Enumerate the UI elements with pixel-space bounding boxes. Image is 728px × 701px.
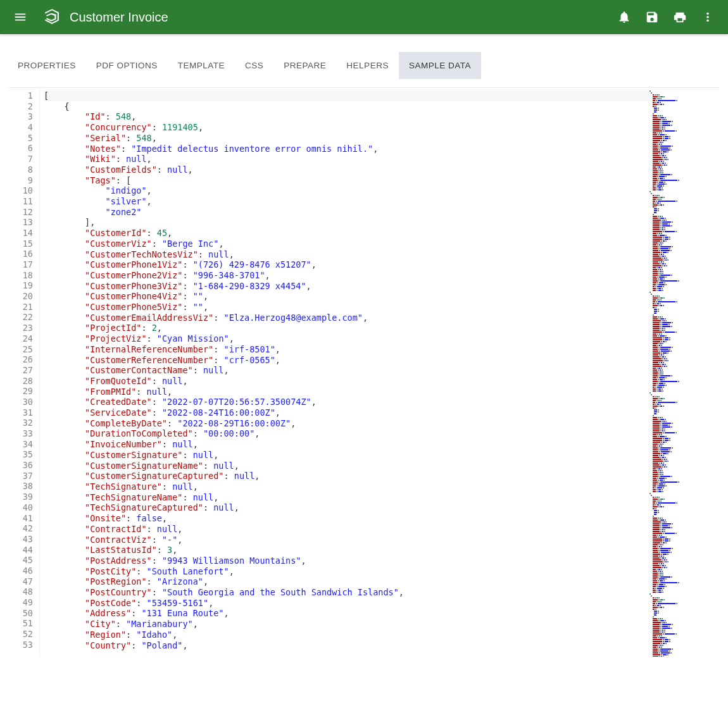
tab-helpers[interactable]: HELPERS (336, 52, 399, 79)
editor-minimap[interactable] (650, 88, 719, 657)
tab-prepare[interactable]: PREPARE (273, 52, 336, 79)
more-button[interactable] (695, 4, 720, 30)
header-left: Customer Invoice (8, 4, 168, 30)
save-icon (645, 10, 659, 24)
header-right (612, 4, 720, 30)
save-button[interactable] (639, 4, 665, 30)
menu-button[interactable] (8, 4, 33, 30)
page-title: Customer Invoice (70, 10, 168, 25)
tab-template[interactable]: TEMPLATE (168, 52, 235, 79)
dots-vertical-icon (701, 10, 715, 24)
hamburger-icon (13, 10, 27, 24)
tab-properties[interactable]: PROPERTIES (8, 52, 86, 79)
editor-gutter: 1234567891011121314151617181920212223242… (9, 88, 39, 657)
logo-icon (43, 8, 60, 27)
tabs-bar: PROPERTIES PDF OPTIONS TEMPLATE CSS PREP… (0, 34, 728, 80)
tab-sample-data[interactable]: SAMPLE DATA (399, 52, 481, 79)
code-editor[interactable]: 1234567891011121314151617181920212223242… (9, 87, 719, 657)
tab-css[interactable]: CSS (235, 52, 273, 79)
tab-pdf-options[interactable]: PDF OPTIONS (86, 52, 168, 79)
notifications-button[interactable] (612, 4, 637, 30)
print-button[interactable] (667, 4, 693, 30)
bell-icon (617, 10, 631, 24)
editor-content[interactable]: [ { "Id": 548, "Concurrency": 1191405, "… (39, 88, 650, 657)
print-icon (673, 10, 687, 24)
app-header: Customer Invoice (0, 0, 728, 34)
